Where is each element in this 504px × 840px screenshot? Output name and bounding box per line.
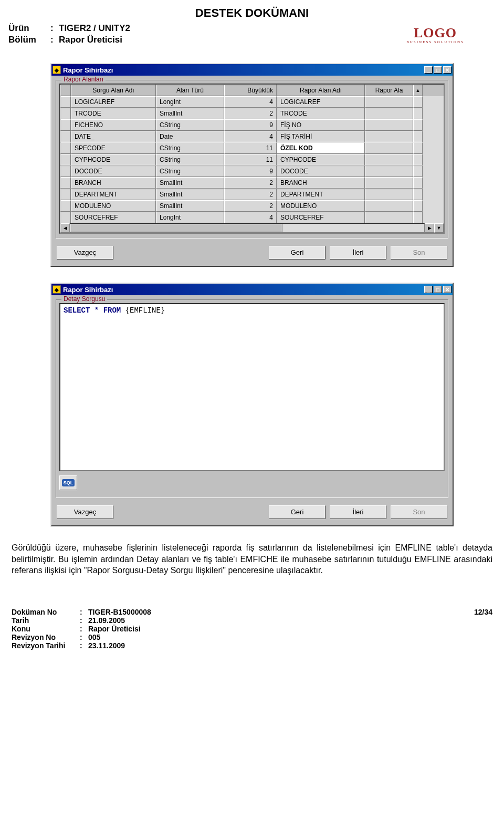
cell-sorgu[interactable]: LOGICALREF <box>71 96 156 108</box>
back-button[interactable]: Geri <box>269 505 326 519</box>
cell-sorgu[interactable]: DATE_ <box>71 131 156 142</box>
titlebar[interactable]: ◆ Rapor Sihirbazı _ □ ✕ <box>51 284 453 295</box>
close-icon[interactable]: ✕ <box>443 286 452 293</box>
revno-value: 005 <box>88 633 100 641</box>
maximize-icon[interactable]: □ <box>434 66 442 74</box>
col-rapor[interactable]: Rapor Alan Adı <box>277 85 365 96</box>
cell-sorgu[interactable]: TRCODE <box>71 108 156 119</box>
cell-rapor[interactable]: BRANCH <box>277 177 365 189</box>
cell-sorgu[interactable]: DEPARTMENT <box>71 189 156 200</box>
finish-button[interactable]: Son <box>391 505 447 519</box>
finish-button[interactable]: Son <box>391 246 447 260</box>
minimize-icon[interactable]: _ <box>424 66 433 74</box>
cell-boyut[interactable]: 9 <box>224 119 277 131</box>
subject-label: Konu <box>12 625 80 633</box>
cancel-button[interactable]: Vazgeç <box>57 505 113 519</box>
cell-sorgu[interactable]: DOCODE <box>71 165 156 177</box>
cell-rapor[interactable]: FİŞ NO <box>277 119 365 131</box>
cell-sorgu[interactable]: MODULENO <box>71 200 156 212</box>
cell-sorgu[interactable]: BRANCH <box>71 177 156 189</box>
cell-rapor[interactable]: LOGICALREF <box>277 96 365 108</box>
cell-rapor[interactable]: FİŞ TARİHİ <box>277 131 365 142</box>
minimize-icon[interactable]: _ <box>424 286 433 293</box>
table-row[interactable]: TRCODESmallInt2TRCODE <box>60 108 444 119</box>
back-button[interactable]: Geri <box>269 246 326 260</box>
table-row[interactable]: LOGICALREFLongInt4LOGICALREF <box>60 96 444 108</box>
cell-boyut[interactable]: 2 <box>224 200 277 212</box>
fieldset-legend: Rapor Alanları <box>61 76 106 83</box>
table-row[interactable]: SOURCEFREFLongInt4SOURCEFREF <box>60 212 444 223</box>
table-row[interactable]: DEPARTMENTSmallInt2DEPARTMENT <box>60 189 444 200</box>
titlebar[interactable]: ◆ Rapor Sihirbazı _ □ ✕ <box>51 64 453 76</box>
cell-tur[interactable]: LongInt <box>156 212 224 223</box>
cell-rapor[interactable]: TRCODE <box>277 108 365 119</box>
scroll-left-icon[interactable]: ◀ <box>60 223 70 233</box>
col-tur[interactable]: Alan Türü <box>156 85 224 96</box>
table-row[interactable]: BRANCHSmallInt2BRANCH <box>60 177 444 189</box>
cell-tur[interactable]: CString <box>156 165 224 177</box>
cell-rapor[interactable]: SOURCEFREF <box>277 212 365 223</box>
cell-tur[interactable]: LongInt <box>156 96 224 108</box>
cell-boyut[interactable]: 4 <box>224 96 277 108</box>
table-row[interactable]: CYPHCODECString11CYPHCODE <box>60 154 444 165</box>
sql-table: {EMFLINE} <box>125 306 165 315</box>
revdate-value: 23.11.2009 <box>88 641 125 650</box>
cell-sorgu[interactable]: CYPHCODE <box>71 154 156 165</box>
grid-header: Sorgu Alan Adı Alan Türü Büyüklük Rapor … <box>60 85 444 96</box>
next-button[interactable]: İleri <box>330 505 386 519</box>
col-extra[interactable]: Rapor Ala <box>365 85 413 96</box>
wizard-buttons: Vazgeç Geri İleri Son <box>56 503 448 521</box>
cell-tur[interactable]: CString <box>156 119 224 131</box>
cell-sorgu[interactable]: FICHENO <box>71 119 156 131</box>
cell-rapor[interactable]: DOCODE <box>277 165 365 177</box>
cell-sorgu[interactable]: SOURCEFREF <box>71 212 156 223</box>
cell-tur[interactable]: SmallInt <box>156 177 224 189</box>
cell-tur[interactable]: SmallInt <box>156 108 224 119</box>
cell-boyut[interactable]: 2 <box>224 108 277 119</box>
cell-tur[interactable]: SmallInt <box>156 200 224 212</box>
docno-label: Doküman No <box>12 608 80 616</box>
subject-value: Rapor Üreticisi <box>88 625 141 633</box>
scroll-up-icon[interactable]: ▲ <box>413 85 423 96</box>
cell-tur[interactable]: CString <box>156 154 224 165</box>
table-row[interactable]: DOCODECString9DOCODE <box>60 165 444 177</box>
product-label: Ürün <box>8 23 50 34</box>
cell-boyut[interactable]: 11 <box>224 142 277 154</box>
sql-icon: SQL <box>62 479 75 486</box>
cell-boyut[interactable]: 2 <box>224 189 277 200</box>
horizontal-scrollbar[interactable]: ◀ ▶ ▼ <box>60 223 444 233</box>
fields-grid[interactable]: Sorgu Alan Adı Alan Türü Büyüklük Rapor … <box>59 84 445 234</box>
cell-boyut[interactable]: 11 <box>224 154 277 165</box>
close-icon[interactable]: ✕ <box>443 66 452 74</box>
col-sorgu[interactable]: Sorgu Alan Adı <box>71 85 156 96</box>
scroll-down-icon[interactable]: ▼ <box>434 223 444 233</box>
sql-editor[interactable]: SELECT * FROM {EMFLINE} <box>59 303 445 471</box>
cell-rapor[interactable]: MODULENO <box>277 200 365 212</box>
maximize-icon[interactable]: □ <box>434 286 442 293</box>
cell-boyut[interactable]: 4 <box>224 212 277 223</box>
cell-boyut[interactable]: 2 <box>224 177 277 189</box>
cell-sorgu[interactable]: SPECODE <box>71 142 156 154</box>
section-value: Rapor Üreticisi <box>59 35 122 45</box>
col-boyut[interactable]: Büyüklük <box>224 85 277 96</box>
cell-rapor[interactable]: DEPARTMENT <box>277 189 365 200</box>
table-row[interactable]: MODULENOSmallInt2MODULENO <box>60 200 444 212</box>
table-row[interactable]: SPECODECString11ÖZEL KOD... <box>60 142 444 154</box>
brand-logo: LOGO BUSINESS SOLUTIONS <box>375 23 496 47</box>
cell-boyut[interactable]: 9 <box>224 165 277 177</box>
cell-tur[interactable]: SmallInt <box>156 189 224 200</box>
cell-rapor[interactable]: ÖZEL KOD... <box>277 142 365 154</box>
scroll-right-icon[interactable]: ▶ <box>425 223 434 233</box>
cell-boyut[interactable]: 4 <box>224 131 277 142</box>
revno-label: Revizyon No <box>12 633 80 641</box>
cell-rapor[interactable]: CYPHCODE <box>277 154 365 165</box>
next-button[interactable]: İleri <box>330 246 386 260</box>
cancel-button[interactable]: Vazgeç <box>57 246 113 260</box>
table-row[interactable]: FICHENOCString9FİŞ NO <box>60 119 444 131</box>
cell-tur[interactable]: CString <box>156 142 224 154</box>
cell-tur[interactable]: Date <box>156 131 224 142</box>
product-value: TIGER2 / UNITY2 <box>59 23 130 34</box>
sql-button[interactable]: SQL <box>59 475 77 490</box>
report-fields-fieldset: Rapor Alanları Sorgu Alan Adı Alan Türü … <box>56 80 448 238</box>
table-row[interactable]: DATE_Date4FİŞ TARİHİ <box>60 131 444 142</box>
